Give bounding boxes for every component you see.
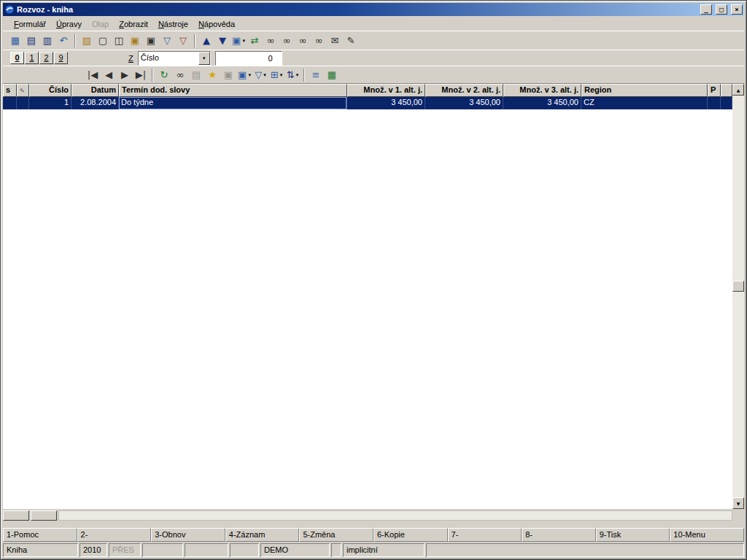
maximize-button[interactable]: □ [716,4,727,15]
filter-menu-button[interactable]: ▽▾ [252,68,268,82]
fnkey-2[interactable]: 2- [77,528,152,542]
group-button[interactable]: ⊞▾ [268,68,285,82]
save-as-button[interactable]: ▥ [39,34,55,48]
first-record-button[interactable]: |◀ [85,68,101,82]
move-down-button[interactable]: ▼ [214,34,231,48]
cell-termin: Do týdne [119,97,347,109]
views-button[interactable]: ▣▾ [236,68,252,82]
col-header-region[interactable]: Region [581,84,708,97]
menu-nastroje[interactable]: Nástroje [153,18,193,30]
col-header-termin[interactable]: Termín dod. slovy [119,84,347,97]
notes-button[interactable]: ✎ [343,34,359,48]
tab-0[interactable]: 0 [10,52,24,64]
titlebar: Rozvoz - kniha _ □ × [3,3,744,16]
minimize-button[interactable]: _ [700,4,712,15]
cell-region: CZ [581,97,708,109]
menu-formular[interactable]: Formulář [9,18,51,30]
table-row[interactable]: 1 2.08.2004 Do týdne 3 450,00 3 450,00 3… [3,97,732,109]
col-header-mnoz3[interactable]: Množ. v 3. alt. j. [503,84,581,97]
pane-splitter-box[interactable] [3,510,29,521]
find-record-button[interactable]: ∞ [172,68,188,82]
find-marked-button[interactable]: ∞ [295,34,311,48]
col-header-datum[interactable]: Datum [71,84,119,97]
filter-button[interactable]: ▽ [159,34,175,48]
mail-button[interactable]: ✉ [327,34,343,48]
paste-button[interactable]: ▣ [127,34,143,48]
cell-datum: 2.08.2004 [71,97,119,109]
refresh-button[interactable]: ↻ [156,68,172,82]
new-record-icon: ▦ [11,34,20,47]
prev-record-button[interactable]: ◀ [101,68,117,82]
paste-record-button[interactable]: ▣ [220,68,236,82]
main-toolbar: ▦ ▤ ▥ ↶ ▨ ▢ ◫ ▣ ▣ ▽ ▽ ▲ ▼ ▣▾ ⇄ ∞ ∞ ∞ ∞ ✉… [3,31,744,50]
fnkey-1-pomoc[interactable]: 1-Pomoc [3,528,77,542]
tab-2[interactable]: 2 [39,52,53,64]
open-button[interactable]: ▨ [79,34,95,48]
filter-off-button[interactable]: ▽ [175,34,191,48]
horizontal-scrollbar-track[interactable] [58,510,732,521]
status-cell [142,543,183,557]
cell-mnoz2: 3 450,00 [425,97,503,109]
tab-1[interactable]: 1 [25,52,39,64]
col-header-p[interactable]: P [708,84,721,97]
cell-mnoz1: 3 450,00 [347,97,425,109]
chevron-down-icon: ▾ [248,69,251,82]
move-up-icon: ▲ [203,34,210,47]
fnkey-10-menu[interactable]: 10-Menu [670,528,744,542]
grid-area: s ✎ Číslo Datum Termín dod. slovy Množ. … [3,83,744,509]
save-button[interactable]: ▤ [23,34,39,48]
filter-icon: ▽ [163,34,171,47]
menu-upravy[interactable]: Úpravy [51,18,87,30]
save-view-button[interactable]: ▤ [188,68,204,82]
bookmark-button[interactable]: ★ [204,68,220,82]
pane-splitter-box[interactable] [31,510,57,521]
col-header-mnoz2[interactable]: Množ. v 2. alt. j. [425,84,503,97]
next-record-button[interactable]: ▶ [117,68,133,82]
grid-header-row: s ✎ Číslo Datum Termín dod. slovy Množ. … [3,84,732,97]
find-button[interactable]: ∞ [263,34,279,48]
status-overwrite-indicator: PŘES [109,543,141,557]
save-icon: ▤ [27,34,36,47]
copy-button[interactable]: ◫ [111,34,127,48]
move-up-button[interactable]: ▲ [198,34,214,48]
scrollbar-thumb[interactable] [732,281,744,292]
find-next-button[interactable]: ∞ [279,34,295,48]
menu-napoveda[interactable]: Nápověda [193,18,240,30]
fnkey-4-zaznam[interactable]: 4-Záznam [225,528,300,542]
close-button[interactable]: × [731,4,743,15]
cell-s [3,97,17,109]
col-header-mnoz1[interactable]: Množ. v 1. alt. j. [347,84,425,97]
combobox-dropdown-button[interactable]: ▼ [198,52,210,65]
properties-button[interactable]: ≡ [308,68,324,82]
col-header-s[interactable]: s [3,84,17,97]
scroll-up-button[interactable]: ▲ [732,84,744,96]
clipboard-button[interactable]: ▣ [143,34,159,48]
fnkey-8[interactable]: 8- [522,528,596,542]
sort-button[interactable]: ⇅▾ [285,68,301,82]
find-all-button[interactable]: ∞ [311,34,327,48]
export-excel-button[interactable]: ▦ [324,68,340,82]
undo-button[interactable]: ↶ [55,34,71,48]
scroll-down-button[interactable]: ▼ [732,497,744,509]
filter-value-input[interactable] [215,51,282,66]
spacer [3,521,744,528]
fnkey-5-zmena[interactable]: 5-Změna [299,528,374,542]
fnkey-7[interactable]: 7- [448,528,522,542]
toolbar-separator [74,34,76,47]
filter-field-combobox[interactable]: Číslo ▼ [138,51,211,66]
vertical-scrollbar[interactable]: ▲ ▼ [732,84,744,509]
fnkey-9-tisk[interactable]: 9-Tisk [596,528,670,542]
new-document-icon: ▢ [98,34,107,47]
first-record-icon: |◀ [88,69,98,82]
menu-zobrazit[interactable]: Zobrazit [114,18,153,30]
new-document-button[interactable]: ▢ [95,34,111,48]
new-record-button[interactable]: ▦ [7,34,23,48]
tab-9[interactable]: 9 [54,52,68,64]
fnkey-3-obnov[interactable]: 3-Obnov [151,528,225,542]
col-header-cislo[interactable]: Číslo [29,84,71,97]
attachments-button[interactable]: ▣▾ [231,34,247,48]
col-header-flag[interactable]: ✎ [17,84,29,97]
last-record-button[interactable]: ▶| [133,68,149,82]
exchange-button[interactable]: ⇄ [247,34,263,48]
fnkey-6-kopie[interactable]: 6-Kopie [374,528,448,542]
